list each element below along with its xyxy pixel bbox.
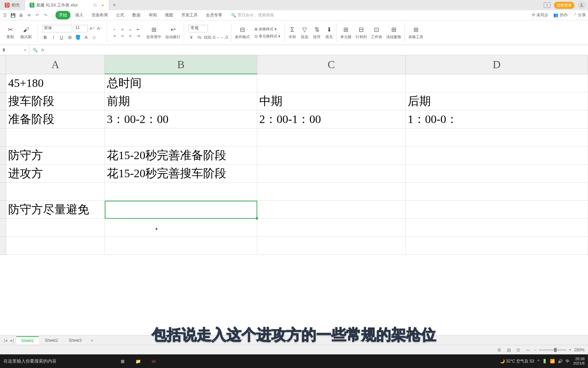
indent-inc-icon[interactable]: ⇥	[135, 33, 142, 39]
italic-button[interactable]: I	[50, 34, 56, 41]
menu-layout[interactable]: 页面布局	[88, 11, 111, 19]
sort-button[interactable]: ⇅排序	[311, 25, 323, 40]
sheet-tab-2[interactable]: Sheet2	[40, 337, 63, 344]
dec-dec-icon[interactable]: ←.0	[221, 34, 227, 41]
cells-button[interactable]: ⊞单元格	[338, 25, 354, 40]
explorer-icon[interactable]: 📁	[133, 356, 143, 366]
fill-button[interactable]: ⬇填充	[323, 25, 335, 40]
sheet-tab-3[interactable]: Sheet3	[64, 337, 86, 344]
bold-button[interactable]: B	[42, 34, 48, 41]
cell-b3[interactable]: 3：00-2：00	[105, 110, 257, 128]
cell-b1[interactable]: 总时间	[105, 74, 257, 92]
cell-d3[interactable]: 1：00-0：	[406, 110, 588, 128]
tab-docer[interactable]: D 稻壳	[0, 0, 25, 10]
cell-d9[interactable]	[406, 219, 588, 237]
cell-b10[interactable]	[105, 237, 257, 255]
align-middle-icon[interactable]: ≡	[119, 27, 126, 32]
dec-inc-icon[interactable]: .0→	[213, 34, 219, 41]
font-shrink-icon[interactable]: A⁻	[97, 26, 103, 32]
preview-icon[interactable]: 👁	[27, 13, 32, 18]
select-all-corner[interactable]	[0, 55, 6, 74]
row-header[interactable]	[0, 237, 6, 255]
sheet-tab-1[interactable]: Sheet1	[16, 336, 39, 344]
row-header[interactable]	[0, 183, 6, 201]
col-header-d[interactable]: D	[406, 55, 588, 74]
cell-a10[interactable]	[6, 237, 105, 255]
cell-d10[interactable]	[406, 237, 588, 255]
cell-b8[interactable]	[105, 201, 257, 219]
print-icon[interactable]: 🖶	[18, 13, 24, 18]
cell-c4[interactable]	[257, 128, 406, 147]
volume-icon[interactable]: 🔊	[558, 359, 563, 364]
percent-icon[interactable]: %	[196, 34, 202, 41]
clear-format-button[interactable]: ◇	[91, 34, 97, 41]
formula-input[interactable]	[48, 47, 585, 52]
font-size-select[interactable]: 11	[74, 25, 88, 32]
coop-button[interactable]: 👥 协作	[553, 12, 568, 18]
cell-a5[interactable]: 防守方	[6, 147, 105, 165]
cell-a6[interactable]: 进攻方	[6, 165, 105, 183]
menu-data[interactable]: 数据	[129, 11, 144, 19]
view-page-icon[interactable]: ▤	[505, 347, 512, 353]
align-right-icon[interactable]: ≡	[127, 33, 134, 39]
align-top-icon[interactable]: ⌐	[111, 27, 118, 32]
col-header-c[interactable]: C	[257, 55, 406, 74]
table-style-button[interactable]: ⊞ 表格样式 ▾	[255, 27, 277, 32]
table-tools-button[interactable]: ⊞表格工具	[406, 25, 425, 40]
window-switch-icon[interactable]: 1	[544, 2, 551, 8]
cell-d2[interactable]: 后期	[406, 92, 588, 110]
cell-c8[interactable]	[257, 201, 406, 219]
cell-a7[interactable]	[6, 183, 105, 201]
zoom-percent[interactable]: 280%	[574, 348, 585, 352]
zoom-out-button[interactable]: −	[534, 348, 536, 352]
redo-icon[interactable]: ↷	[43, 13, 48, 18]
cell-c2[interactable]: 中期	[257, 92, 406, 110]
menu-icon[interactable]: ☰	[2, 13, 7, 18]
wps-icon[interactable]: W	[149, 356, 159, 366]
cell-b5[interactable]: 花15-20秒完善准备阶段	[105, 147, 257, 165]
underline-button[interactable]: U	[59, 34, 65, 41]
fx-label[interactable]: fx	[41, 48, 44, 52]
cell-d7[interactable]	[406, 183, 588, 201]
row-header[interactable]	[0, 201, 6, 219]
cell-style-button[interactable]: ⊡ 单元格样式 ▾	[255, 34, 280, 39]
rows-cols-button[interactable]: ⊟行和列	[354, 25, 369, 40]
merge-center-button[interactable]: ⊞合并居中	[144, 25, 163, 40]
border-button[interactable]: ⊞	[67, 34, 73, 41]
login-button[interactable]: 访客登录	[554, 2, 574, 9]
view-break-icon[interactable]: ⊡	[515, 347, 522, 353]
row-header[interactable]	[0, 147, 6, 165]
cell-b6[interactable]: 花15-20秒完善搜车阶段	[105, 165, 257, 183]
cell-d6[interactable]	[406, 165, 588, 183]
menu-dev[interactable]: 开发工具	[178, 11, 201, 19]
menu-view[interactable]: 视图	[162, 11, 177, 19]
align-center-icon[interactable]: ≡	[119, 33, 126, 39]
row-header[interactable]	[0, 165, 6, 183]
number-format-select[interactable]: 常规	[188, 25, 208, 32]
menu-review[interactable]: 审阅	[145, 11, 160, 19]
thousand-icon[interactable]: 000	[205, 34, 211, 41]
tab-menu-icon[interactable]: ⊡	[93, 3, 97, 7]
font-name-select[interactable]: 宋体	[42, 25, 72, 32]
tab-nav-first-icon[interactable]: |◂	[3, 338, 8, 343]
row-header[interactable]	[0, 219, 6, 237]
currency-icon[interactable]: ¥	[188, 34, 194, 41]
cell-c6[interactable]	[257, 165, 406, 183]
cell-d8[interactable]	[406, 201, 588, 219]
tray-chevron-icon[interactable]: ^	[538, 359, 540, 364]
name-box[interactable]: 8 ▾	[0, 45, 29, 55]
taskbar-clock[interactable]: 20:38 2021/8	[573, 357, 585, 366]
cell-c1[interactable]	[257, 74, 406, 92]
col-header-a[interactable]: A	[6, 55, 105, 74]
cell-b2[interactable]: 前期	[105, 92, 257, 110]
menu-member[interactable]: 会员专享	[202, 11, 226, 19]
cell-d5[interactable]	[406, 147, 588, 165]
tab-nav-last-icon[interactable]: ▸|	[10, 338, 15, 343]
view-normal-icon[interactable]: ⊞	[496, 347, 503, 353]
row-header[interactable]	[0, 110, 6, 128]
font-color-button[interactable]: A	[83, 34, 89, 41]
cell-b4[interactable]	[105, 128, 257, 147]
battery-icon[interactable]: 🔋	[542, 359, 547, 364]
font-grow-icon[interactable]: A⁺	[89, 26, 95, 32]
row-header[interactable]	[0, 92, 6, 110]
